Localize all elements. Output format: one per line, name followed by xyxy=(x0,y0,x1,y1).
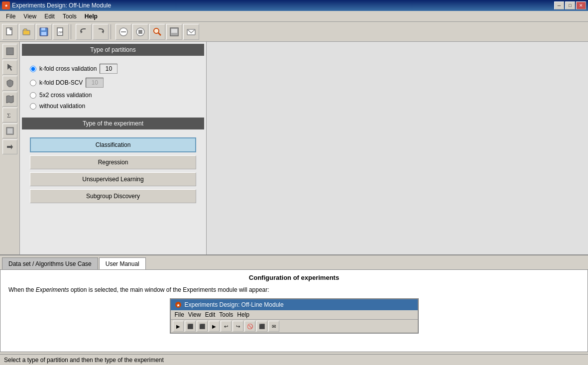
svg-marker-21 xyxy=(7,64,12,71)
view-button[interactable] xyxy=(166,24,182,40)
close-btn[interactable]: ✕ xyxy=(576,1,586,9)
svg-marker-26 xyxy=(7,144,13,149)
inner-tb-9: ✉ xyxy=(268,321,279,332)
svg-text:ZIP: ZIP xyxy=(58,31,63,34)
open-button[interactable] xyxy=(19,24,35,40)
redo-button[interactable] xyxy=(93,24,109,40)
inner-tb-4: ▶ xyxy=(209,321,220,332)
sep2 xyxy=(111,24,114,39)
inner-window: ★ Experiments Design: Off-Line Module Fi… xyxy=(170,298,419,334)
inner-menu-bar: File View Edit Tools Help xyxy=(171,310,418,320)
manual-intro: When the Experiments option is selected,… xyxy=(8,285,580,294)
minimize-btn[interactable]: ─ xyxy=(554,1,564,9)
title-bar: ★ Experiments Design: Off-Line Module ─ … xyxy=(0,0,588,11)
regression-btn[interactable]: Regression xyxy=(30,155,196,169)
sidebar-icon-shield[interactable] xyxy=(2,76,17,91)
radio-item-kfold: k-fold cross validation xyxy=(30,64,196,74)
tab-dataset[interactable]: Data set / Algorithms Use Case xyxy=(2,257,98,269)
svg-text:Σ: Σ xyxy=(7,112,11,119)
sidebar-icon-map[interactable] xyxy=(2,92,17,107)
sidebar-icon-select[interactable] xyxy=(2,44,17,59)
undo-button[interactable] xyxy=(76,24,92,40)
svg-marker-8 xyxy=(81,30,83,33)
svg-rect-18 xyxy=(171,29,177,33)
radio-item-kfold-dob: k-fold DOB-SCV xyxy=(30,78,196,88)
svg-rect-20 xyxy=(6,48,13,55)
inner-menu-view: View xyxy=(188,311,201,318)
menu-help[interactable]: Help xyxy=(81,12,102,21)
kfold-dob-label: k-fold DOB-SCV xyxy=(39,79,83,86)
experiment-buttons: Classification Regression Unsupervised L… xyxy=(22,133,204,207)
inner-tb-6: ↪ xyxy=(233,321,243,332)
svg-marker-9 xyxy=(102,30,104,33)
left-panel: Type of partitions k-fold cross validati… xyxy=(20,42,207,254)
sidebar-icons: Σ xyxy=(0,42,20,254)
inner-tb-7: 🚫 xyxy=(244,321,255,332)
inner-tb-1: ▶ xyxy=(173,321,184,332)
no-validation-label: without validation xyxy=(39,103,85,110)
radio-item-5x2: 5x2 cross validation xyxy=(30,92,196,99)
inner-tb-8: ⬛ xyxy=(256,321,267,332)
inner-menu-edit: Edit xyxy=(205,311,216,318)
svg-rect-13 xyxy=(138,30,142,34)
inner-tb-5: ↩ xyxy=(221,321,232,332)
toolbar: ZIP xyxy=(0,22,588,42)
right-panel xyxy=(207,42,588,254)
app-icon: ★ xyxy=(2,1,10,9)
subgroup-btn[interactable]: Subgroup Discovery xyxy=(30,189,196,203)
menu-file[interactable]: File xyxy=(2,12,19,21)
svg-rect-5 xyxy=(41,32,46,35)
status-text: Select a type of partition and then the … xyxy=(4,357,164,364)
inner-menu-help: Help xyxy=(237,311,249,318)
email-button[interactable] xyxy=(183,24,199,40)
cancel-button[interactable] xyxy=(116,24,131,40)
inner-toolbar: ▶ ⬛ ⬛ ▶ ↩ ↪ 🚫 ⬛ ✉ xyxy=(171,320,418,333)
menu-edit[interactable]: Edit xyxy=(40,12,59,21)
inner-title-bar: ★ Experiments Design: Off-Line Module xyxy=(171,299,418,310)
maximize-btn[interactable]: □ xyxy=(565,1,575,9)
main-area: Σ Type of partitions k-fold cross valida… xyxy=(0,42,588,254)
save-button[interactable] xyxy=(36,24,52,40)
sidebar-icon-arrow[interactable] xyxy=(2,139,17,154)
kfold-input[interactable] xyxy=(100,64,118,74)
menu-bar: File View Edit Tools Help xyxy=(0,11,588,22)
sep1 xyxy=(71,24,74,39)
stop-button[interactable] xyxy=(132,24,148,40)
svg-text:★: ★ xyxy=(176,303,180,308)
kfold-label: k-fold cross validation xyxy=(39,65,97,72)
zip-button[interactable]: ZIP xyxy=(53,24,69,40)
inner-menu-file: File xyxy=(175,311,184,318)
kfold-dob-input[interactable] xyxy=(86,78,104,88)
inner-menu-tools: Tools xyxy=(219,311,233,318)
5x2-radio[interactable] xyxy=(30,92,36,99)
find-button[interactable] xyxy=(149,24,165,40)
svg-rect-25 xyxy=(7,128,12,133)
new-button[interactable] xyxy=(2,24,18,40)
no-validation-radio[interactable] xyxy=(30,103,36,110)
sidebar-icon-block[interactable] xyxy=(2,123,17,138)
unsupervised-btn[interactable]: Unsupervised Learning xyxy=(30,172,196,186)
status-bar: Select a type of partition and then the … xyxy=(0,354,588,365)
sidebar-icon-pointer[interactable] xyxy=(2,60,17,75)
tabs-header: Data set / Algorithms Use Case User Manu… xyxy=(0,255,588,269)
inner-tb-2: ⬛ xyxy=(185,321,196,332)
kfold-dob-radio[interactable] xyxy=(30,80,36,86)
svg-line-15 xyxy=(158,33,161,35)
manual-title: Configuration of experiments xyxy=(8,274,580,281)
svg-point-16 xyxy=(155,29,158,32)
5x2-label: 5x2 cross validation xyxy=(39,92,92,99)
menu-tools[interactable]: Tools xyxy=(59,12,81,21)
radio-item-novalidation: without validation xyxy=(30,103,196,110)
kfold-radio[interactable] xyxy=(30,66,36,72)
inner-window-title: Experiments Design: Off-Line Module xyxy=(185,301,284,308)
tab-usermanual[interactable]: User Manual xyxy=(99,257,146,269)
experiment-section-header: Type of the experiment xyxy=(22,118,204,129)
app-title: Experiments Design: Off-Line Module xyxy=(12,2,111,9)
sidebar-icon-sigma[interactable]: Σ xyxy=(2,108,17,122)
tab-content: Configuration of experiments When the Ex… xyxy=(0,269,588,352)
svg-rect-2 xyxy=(23,30,30,35)
inner-tb-3: ⬛ xyxy=(197,321,208,332)
menu-view[interactable]: View xyxy=(19,12,40,21)
partitions-section-header: Type of partitions xyxy=(22,44,204,56)
classification-btn[interactable]: Classification xyxy=(30,137,196,152)
